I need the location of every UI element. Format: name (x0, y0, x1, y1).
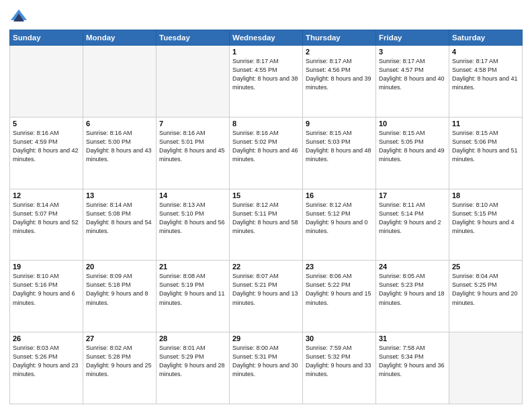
weekday-header-wednesday: Wednesday (230, 30, 303, 46)
calendar-cell: 15Sunrise: 8:12 AM Sunset: 5:11 PM Dayli… (230, 189, 303, 261)
day-info: Sunrise: 8:09 AM Sunset: 5:18 PM Dayligh… (86, 272, 153, 307)
calendar-cell: 5Sunrise: 8:16 AM Sunset: 4:59 PM Daylig… (10, 117, 83, 189)
week-row-4: 19Sunrise: 8:10 AM Sunset: 5:16 PM Dayli… (10, 261, 523, 332)
day-number: 23 (306, 263, 373, 271)
logo-icon (9, 7, 28, 26)
page: SundayMondayTuesdayWednesdayThursdayFrid… (0, 0, 532, 411)
weekday-header-monday: Monday (83, 30, 157, 46)
day-number: 30 (306, 334, 373, 342)
day-info: Sunrise: 8:17 AM Sunset: 4:57 PM Dayligh… (379, 57, 446, 92)
day-info: Sunrise: 8:15 AM Sunset: 5:05 PM Dayligh… (379, 129, 446, 164)
calendar-table: SundayMondayTuesdayWednesdayThursdayFrid… (9, 30, 523, 404)
day-number: 15 (232, 191, 300, 199)
weekday-header-saturday: Saturday (449, 30, 523, 46)
day-number: 25 (452, 263, 519, 271)
day-info: Sunrise: 8:15 AM Sunset: 5:03 PM Dayligh… (306, 129, 373, 164)
calendar-cell: 20Sunrise: 8:09 AM Sunset: 5:18 PM Dayli… (83, 261, 157, 332)
day-number: 6 (86, 120, 153, 128)
calendar-cell: 8Sunrise: 8:16 AM Sunset: 5:02 PM Daylig… (230, 117, 303, 189)
day-number: 4 (452, 48, 519, 56)
day-info: Sunrise: 8:12 AM Sunset: 5:12 PM Dayligh… (306, 201, 373, 236)
day-info: Sunrise: 8:17 AM Sunset: 4:55 PM Dayligh… (232, 57, 300, 92)
day-info: Sunrise: 8:03 AM Sunset: 5:26 PM Dayligh… (13, 344, 80, 379)
day-info: Sunrise: 8:07 AM Sunset: 5:21 PM Dayligh… (232, 272, 300, 307)
calendar-cell: 25Sunrise: 8:04 AM Sunset: 5:25 PM Dayli… (449, 261, 523, 332)
weekday-header-row: SundayMondayTuesdayWednesdayThursdayFrid… (10, 30, 523, 46)
day-info: Sunrise: 7:59 AM Sunset: 5:32 PM Dayligh… (306, 344, 373, 379)
day-info: Sunrise: 8:14 AM Sunset: 5:07 PM Dayligh… (13, 201, 80, 236)
day-number: 10 (379, 120, 446, 128)
day-info: Sunrise: 8:05 AM Sunset: 5:23 PM Dayligh… (379, 272, 446, 307)
day-number: 11 (452, 120, 519, 128)
calendar-cell: 7Sunrise: 8:16 AM Sunset: 5:01 PM Daylig… (157, 117, 230, 189)
weekday-header-sunday: Sunday (10, 30, 83, 46)
day-number: 12 (13, 191, 80, 199)
calendar-cell: 17Sunrise: 8:11 AM Sunset: 5:14 PM Dayli… (376, 189, 449, 261)
calendar-cell: 28Sunrise: 8:01 AM Sunset: 5:29 PM Dayli… (157, 332, 230, 404)
weekday-header-thursday: Thursday (303, 30, 376, 46)
day-number: 7 (159, 120, 226, 128)
day-number: 27 (86, 334, 153, 342)
calendar-cell: 12Sunrise: 8:14 AM Sunset: 5:07 PM Dayli… (10, 189, 83, 261)
day-number: 1 (232, 48, 300, 56)
day-info: Sunrise: 8:16 AM Sunset: 5:02 PM Dayligh… (232, 129, 300, 164)
day-number: 24 (379, 263, 446, 271)
day-number: 22 (232, 263, 300, 271)
calendar-cell: 10Sunrise: 8:15 AM Sunset: 5:05 PM Dayli… (376, 117, 449, 189)
day-info: Sunrise: 8:01 AM Sunset: 5:29 PM Dayligh… (159, 344, 226, 379)
day-info: Sunrise: 8:08 AM Sunset: 5:19 PM Dayligh… (159, 272, 226, 307)
day-info: Sunrise: 8:12 AM Sunset: 5:11 PM Dayligh… (232, 201, 300, 236)
day-number: 28 (159, 334, 226, 342)
calendar-cell: 16Sunrise: 8:12 AM Sunset: 5:12 PM Dayli… (303, 189, 376, 261)
day-info: Sunrise: 8:15 AM Sunset: 5:06 PM Dayligh… (452, 129, 519, 164)
day-number: 20 (86, 263, 153, 271)
calendar-cell (449, 332, 523, 404)
week-row-2: 5Sunrise: 8:16 AM Sunset: 4:59 PM Daylig… (10, 117, 523, 189)
day-info: Sunrise: 8:16 AM Sunset: 5:00 PM Dayligh… (86, 129, 153, 164)
calendar-cell: 22Sunrise: 8:07 AM Sunset: 5:21 PM Dayli… (230, 261, 303, 332)
day-info: Sunrise: 8:06 AM Sunset: 5:22 PM Dayligh… (306, 272, 373, 307)
week-row-3: 12Sunrise: 8:14 AM Sunset: 5:07 PM Dayli… (10, 189, 523, 261)
weekday-header-tuesday: Tuesday (157, 30, 230, 46)
calendar-cell (83, 46, 157, 118)
calendar-cell: 4Sunrise: 8:17 AM Sunset: 4:58 PM Daylig… (449, 46, 523, 118)
day-number: 14 (159, 191, 226, 199)
day-info: Sunrise: 8:04 AM Sunset: 5:25 PM Dayligh… (452, 272, 519, 307)
day-number: 19 (13, 263, 80, 271)
day-number: 5 (13, 120, 80, 128)
day-info: Sunrise: 8:10 AM Sunset: 5:16 PM Dayligh… (13, 272, 80, 307)
calendar-cell: 27Sunrise: 8:02 AM Sunset: 5:28 PM Dayli… (83, 332, 157, 404)
calendar-cell: 31Sunrise: 7:58 AM Sunset: 5:34 PM Dayli… (376, 332, 449, 404)
calendar-cell: 14Sunrise: 8:13 AM Sunset: 5:10 PM Dayli… (157, 189, 230, 261)
week-row-5: 26Sunrise: 8:03 AM Sunset: 5:26 PM Dayli… (10, 332, 523, 404)
day-number: 17 (379, 191, 446, 199)
day-info: Sunrise: 8:14 AM Sunset: 5:08 PM Dayligh… (86, 201, 153, 236)
header (9, 7, 523, 26)
calendar-cell: 29Sunrise: 8:00 AM Sunset: 5:31 PM Dayli… (230, 332, 303, 404)
day-number: 18 (452, 191, 519, 199)
calendar-cell (10, 46, 83, 118)
day-info: Sunrise: 8:00 AM Sunset: 5:31 PM Dayligh… (232, 344, 300, 379)
day-number: 9 (306, 120, 373, 128)
calendar-cell: 6Sunrise: 8:16 AM Sunset: 5:00 PM Daylig… (83, 117, 157, 189)
day-number: 31 (379, 334, 446, 342)
calendar-cell (157, 46, 230, 118)
calendar-cell: 30Sunrise: 7:59 AM Sunset: 5:32 PM Dayli… (303, 332, 376, 404)
day-number: 21 (159, 263, 226, 271)
calendar-cell: 13Sunrise: 8:14 AM Sunset: 5:08 PM Dayli… (83, 189, 157, 261)
calendar-cell: 1Sunrise: 8:17 AM Sunset: 4:55 PM Daylig… (230, 46, 303, 118)
calendar-cell: 18Sunrise: 8:10 AM Sunset: 5:15 PM Dayli… (449, 189, 523, 261)
day-number: 29 (232, 334, 300, 342)
day-info: Sunrise: 8:13 AM Sunset: 5:10 PM Dayligh… (159, 201, 226, 236)
logo (9, 7, 31, 26)
day-info: Sunrise: 8:02 AM Sunset: 5:28 PM Dayligh… (86, 344, 153, 379)
weekday-header-friday: Friday (376, 30, 449, 46)
calendar-cell: 23Sunrise: 8:06 AM Sunset: 5:22 PM Dayli… (303, 261, 376, 332)
day-info: Sunrise: 8:17 AM Sunset: 4:58 PM Dayligh… (452, 57, 519, 92)
calendar-cell: 2Sunrise: 8:17 AM Sunset: 4:56 PM Daylig… (303, 46, 376, 118)
day-number: 3 (379, 48, 446, 56)
calendar-cell: 9Sunrise: 8:15 AM Sunset: 5:03 PM Daylig… (303, 117, 376, 189)
calendar-cell: 19Sunrise: 8:10 AM Sunset: 5:16 PM Dayli… (10, 261, 83, 332)
day-info: Sunrise: 8:17 AM Sunset: 4:56 PM Dayligh… (306, 57, 373, 92)
day-number: 2 (306, 48, 373, 56)
